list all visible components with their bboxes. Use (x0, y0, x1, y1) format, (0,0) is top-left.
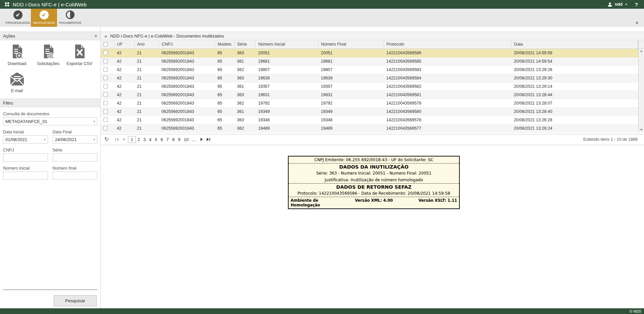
page-number-button[interactable]: 8 (170, 136, 176, 143)
doc-versao-xml: Versão XML: 4.00 (346, 198, 401, 207)
data-final-label: Data Final (53, 130, 98, 134)
email-button[interactable]: E-mail (1, 71, 33, 93)
more-pages-button[interactable]: ... (190, 136, 197, 143)
table-cell: 19349 (318, 107, 384, 116)
table-cell: 65 (215, 65, 234, 74)
table-cell: 65 (215, 99, 234, 107)
scroll-down-icon[interactable] (640, 129, 643, 131)
table-row[interactable]: 4221062556920018436536319348193481422100… (101, 116, 638, 124)
data-inicial-picker[interactable]: 01/08/2021 ▾ (3, 135, 48, 143)
exportar-csv-button[interactable]: Exportar CSV (64, 44, 95, 66)
table-cell: 142210043569579 (384, 99, 511, 107)
table-cell: 42 (114, 99, 134, 107)
table-cell: 19357 (318, 82, 384, 90)
numero-final-field[interactable] (53, 172, 98, 180)
table-row[interactable]: 4221062556920018436536319631196311422100… (101, 90, 638, 99)
column-header[interactable]: UF (114, 40, 134, 49)
table-row[interactable]: 4221062556920018436536219792197921422100… (101, 99, 638, 107)
tab-processados[interactable]: ✔ PROCESSADOS (5, 9, 31, 27)
collapse-ribbon-icon[interactable]: « (635, 21, 640, 24)
main-panel: « NDD i-Docs NFC-e | e-ColdWeb - Documen… (101, 27, 644, 308)
collapse-sidebar-icon[interactable]: « (104, 33, 107, 39)
row-checkbox[interactable] (103, 59, 108, 63)
table-cell: 65 (215, 82, 234, 90)
table-cell: 363 (234, 116, 255, 124)
titlebar-user-menu[interactable]: ndd ▼ ? (607, 2, 641, 7)
consulta-select[interactable]: METADATANFCE_01 ▾ (3, 117, 97, 125)
table-cell: 19348 (255, 116, 318, 124)
table-row[interactable]: 4221062556920018436536319639196391422100… (101, 74, 638, 82)
column-header[interactable]: Data (511, 40, 638, 49)
tab-inutilizados[interactable]: ✔ INUTILIZADOS (31, 9, 57, 27)
last-page-button[interactable] (205, 138, 212, 141)
download-button[interactable]: Download (1, 44, 33, 66)
column-header[interactable]: CNPJ (159, 40, 215, 49)
table-row[interactable]: 4221062556920018436536219489194891422100… (101, 124, 638, 132)
column-header[interactable]: Número Final (318, 40, 384, 49)
chevron-down-icon: ▼ (625, 3, 628, 6)
page-number-button[interactable]: 9 (176, 136, 182, 143)
row-checkbox[interactable] (103, 51, 108, 55)
row-checkbox[interactable] (103, 84, 108, 88)
row-checkbox[interactable] (103, 92, 108, 97)
column-header[interactable]: Ano (134, 40, 159, 49)
table-row[interactable]: 4221062556920018436536320051200511422100… (101, 49, 638, 57)
column-header[interactable]: Protocolo (384, 40, 511, 49)
page-number-button[interactable]: 3 (142, 136, 147, 143)
first-page-button[interactable] (113, 138, 120, 141)
page-number-button[interactable]: 7 (165, 136, 170, 143)
numero-inicial-field[interactable] (3, 172, 48, 180)
data-final-picker[interactable]: 24/08/2021 ▾ (53, 135, 98, 143)
help-button[interactable]: ? (635, 2, 638, 7)
filter-title: Filtro. (3, 101, 14, 106)
next-page-button[interactable] (199, 138, 205, 141)
row-checkbox[interactable] (103, 109, 108, 114)
collapse-actions-icon[interactable]: « (94, 35, 99, 37)
page-number-button[interactable]: 1 (128, 136, 136, 143)
table-cell: 20051 (318, 49, 384, 57)
page-number-button[interactable]: 10 (182, 136, 190, 143)
footer-bar: © NDD (0, 308, 644, 314)
tab-pagamentos[interactable]: PAGAMENTOS (57, 9, 83, 27)
column-header[interactable]: Série (234, 40, 255, 49)
page-number-button[interactable]: 2 (136, 136, 142, 143)
app-grid-icon[interactable] (5, 2, 9, 6)
row-checkbox[interactable] (103, 126, 108, 130)
check-circle-icon: ✔ (13, 10, 22, 19)
refresh-icon[interactable]: ↻ (104, 137, 109, 142)
pesquisar-button[interactable]: Pesquisar (54, 295, 97, 306)
scroll-up-icon[interactable] (640, 50, 643, 52)
table-cell: 06255692001843 (159, 82, 215, 90)
cnpj-label: CNPJ (3, 148, 48, 152)
previous-page-button[interactable] (120, 138, 127, 141)
select-all-checkbox[interactable] (103, 42, 108, 47)
page-number-button[interactable]: 6 (159, 136, 165, 143)
row-checkbox[interactable] (103, 101, 108, 105)
row-checkbox[interactable] (103, 118, 108, 122)
page-number-button[interactable]: 4 (147, 136, 153, 143)
vertical-scrollbar[interactable] (638, 49, 644, 132)
table-cell: 20/08/2021 14:59:54 (511, 57, 638, 65)
table-cell: 21 (134, 82, 159, 90)
table-row[interactable]: 4221062556920018436536119349193491422100… (101, 107, 638, 116)
table-cell: 20/08/2021 13:26:28 (511, 116, 638, 124)
table-cell: 21 (134, 107, 159, 116)
row-checkbox[interactable] (103, 76, 108, 80)
solicitacoes-button[interactable]: Solicitações (33, 44, 64, 66)
table-row[interactable]: 4221062556920018436536119357193571422100… (101, 82, 638, 90)
table-cell: 142210043569583 (384, 65, 511, 74)
table-row[interactable]: 4221062556920018436536219807198071422100… (101, 65, 638, 74)
row-checkbox[interactable] (103, 67, 108, 72)
serie-label: Série (53, 148, 98, 152)
column-header[interactable]: Número Inicial (255, 40, 318, 49)
table-cell: 06255692001843 (159, 124, 215, 132)
column-header[interactable]: Modelo (215, 40, 234, 49)
table-row[interactable]: 4221062556920018436536119681196811422100… (101, 57, 638, 65)
table-cell: 19807 (318, 65, 384, 74)
serie-field[interactable] (53, 153, 98, 162)
tab-label: INUTILIZADOS (33, 21, 55, 24)
doc-section1-title: DADOS DA INUTILIZAÇÃO (289, 164, 459, 170)
page-number-button[interactable]: 5 (153, 136, 159, 143)
cnpj-field[interactable] (3, 153, 48, 162)
items-count-status: Exibindo itens 1 - 10 de 1888 (583, 137, 640, 142)
